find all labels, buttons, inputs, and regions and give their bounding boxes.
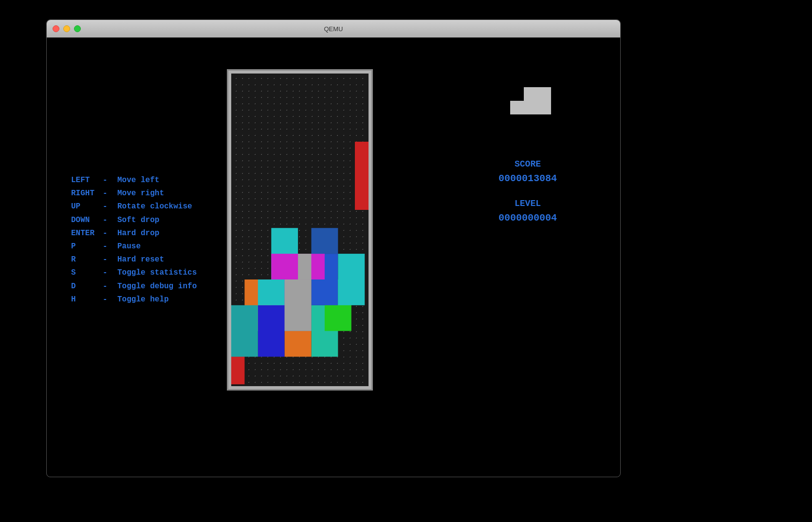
svg-rect-5 bbox=[258, 305, 285, 357]
svg-rect-12 bbox=[231, 305, 258, 357]
help-key-d: D bbox=[71, 280, 103, 293]
help-desc-down: Soft drop bbox=[117, 214, 159, 227]
help-row-down: DOWN - Soft drop bbox=[71, 214, 197, 227]
help-row-p: P - Pause bbox=[71, 240, 197, 253]
help-key-up: UP bbox=[71, 200, 103, 213]
game-board bbox=[231, 74, 369, 386]
close-button[interactable] bbox=[53, 25, 59, 32]
svg-rect-20 bbox=[524, 101, 537, 114]
svg-rect-13 bbox=[338, 254, 365, 305]
next-piece-svg bbox=[503, 86, 552, 120]
svg-rect-17 bbox=[524, 87, 537, 101]
help-panel: LEFT - Move left RIGHT - Move right UP -… bbox=[71, 174, 197, 306]
svg-rect-14 bbox=[312, 228, 338, 254]
help-desc-right: Move right bbox=[117, 187, 164, 200]
help-sep-r: - bbox=[103, 253, 117, 266]
qemu-window: QEMU LEFT - Move left RIGHT - Move right… bbox=[46, 19, 621, 477]
game-board-container bbox=[227, 69, 373, 391]
help-sep-h: - bbox=[103, 293, 117, 306]
help-row-left: LEFT - Move left bbox=[71, 174, 197, 187]
help-desc-enter: Hard drop bbox=[117, 227, 159, 240]
help-sep-up: - bbox=[103, 200, 117, 213]
help-row-d: D - Toggle debug info bbox=[71, 280, 197, 293]
help-desc-up: Rotate clockwise bbox=[117, 200, 192, 213]
help-desc-d: Toggle debug info bbox=[117, 280, 197, 293]
level-value: 0000000004 bbox=[479, 212, 576, 224]
help-sep-d: - bbox=[103, 280, 117, 293]
help-key-left: LEFT bbox=[71, 174, 103, 187]
help-desc-h: Toggle help bbox=[117, 293, 169, 306]
window-title: QEMU bbox=[324, 25, 343, 33]
score-section: SCORE 0000013084 bbox=[479, 159, 576, 184]
score-label: SCORE bbox=[479, 159, 576, 169]
help-key-s: S bbox=[71, 266, 103, 280]
level-label: LEVEL bbox=[479, 199, 576, 208]
svg-rect-15 bbox=[285, 280, 312, 331]
help-sep-left: - bbox=[103, 174, 117, 187]
help-desc-p: Pause bbox=[117, 240, 141, 253]
help-row-h: H - Toggle help bbox=[71, 293, 197, 306]
help-row-enter: ENTER - Hard drop bbox=[71, 227, 197, 240]
help-row-s: S - Toggle statistics bbox=[71, 266, 197, 280]
help-key-r: R bbox=[71, 253, 103, 266]
svg-rect-19 bbox=[510, 101, 524, 114]
minimize-button[interactable] bbox=[63, 25, 70, 32]
svg-rect-16 bbox=[298, 254, 311, 280]
help-sep-enter: - bbox=[103, 227, 117, 240]
help-sep-p: - bbox=[103, 240, 117, 253]
help-key-down: DOWN bbox=[71, 214, 103, 227]
window-content: LEFT - Move left RIGHT - Move right UP -… bbox=[47, 37, 620, 477]
help-key-h: H bbox=[71, 293, 103, 306]
help-desc-s: Toggle statistics bbox=[117, 266, 197, 280]
help-row-r: R - Hard reset bbox=[71, 253, 197, 266]
help-sep-right: - bbox=[103, 187, 117, 200]
right-panel: SCORE 0000013084 LEVEL 0000000004 bbox=[479, 86, 576, 228]
svg-rect-21 bbox=[537, 101, 551, 114]
help-row-up: UP - Rotate clockwise bbox=[71, 200, 197, 213]
help-sep-down: - bbox=[103, 214, 117, 227]
board-pieces-svg bbox=[231, 74, 369, 386]
svg-rect-9 bbox=[258, 280, 285, 305]
help-key-p: P bbox=[71, 240, 103, 253]
score-value: 0000013084 bbox=[479, 173, 576, 184]
next-piece-preview bbox=[479, 86, 576, 120]
help-key-enter: ENTER bbox=[71, 227, 103, 240]
help-row-right: RIGHT - Move right bbox=[71, 187, 197, 200]
help-sep-s: - bbox=[103, 266, 117, 280]
help-desc-r: Hard reset bbox=[117, 253, 164, 266]
maximize-button[interactable] bbox=[74, 25, 81, 32]
traffic-lights bbox=[53, 25, 81, 32]
titlebar: QEMU bbox=[47, 20, 620, 37]
level-section: LEVEL 0000000004 bbox=[479, 199, 576, 224]
help-desc-left: Move left bbox=[117, 174, 159, 187]
help-key-right: RIGHT bbox=[71, 187, 103, 200]
svg-rect-18 bbox=[537, 87, 551, 101]
svg-rect-10 bbox=[285, 331, 312, 357]
